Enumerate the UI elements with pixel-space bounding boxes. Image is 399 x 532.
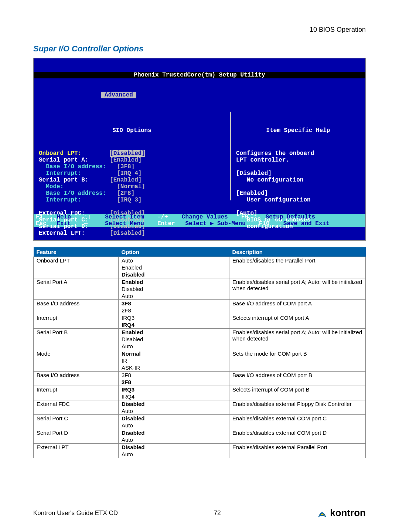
bios-item-value: [3F8] — [117, 163, 134, 170]
option-cell: IRQ4 — [119, 321, 229, 329]
bios-item-value: [Disabled] — [110, 150, 145, 157]
bios-item-value: [Enabled] — [110, 157, 141, 163]
feature-cell: Interrupt — [34, 314, 119, 329]
description-cell: Enables/disables the Parallel Port — [229, 257, 366, 278]
bios-item-value: [IRQ 3] — [117, 197, 141, 203]
option-cell: Disabled — [119, 285, 229, 292]
col-desc: Description — [229, 247, 366, 257]
feature-cell: Serial Port A — [34, 278, 119, 300]
footer-page: 72 — [214, 509, 221, 517]
key-enter-label: Select ▶ Sub-Menu — [185, 220, 252, 227]
description-cell: Base I/O address of COM port B — [229, 372, 366, 386]
description-cell: Sets the mode for COM port B — [229, 350, 366, 372]
option-cell: IRQ3 — [119, 386, 229, 393]
description-cell: Enables/disables external COM port C — [229, 415, 366, 429]
description-cell: Enables/disables serial port A; Auto: wi… — [229, 278, 366, 300]
feature-cell: Serial Port B — [34, 329, 119, 350]
page-header: 10 BIOS Operation — [33, 26, 366, 34]
description-cell: Selects interrupt of COM port A — [229, 314, 366, 329]
option-cell: Disabled — [119, 271, 229, 278]
key-plusminus: -/+ — [157, 214, 175, 220]
bios-item-label: Base I/O address: — [39, 190, 117, 197]
bios-item-value: [Enabled] — [110, 177, 141, 183]
key-updown-label: Select Item — [105, 214, 151, 220]
kontron-logo: kontron — [317, 507, 366, 519]
bios-item-value: [Normal] — [117, 183, 145, 190]
feature-cell: Onboard LPT — [34, 257, 119, 278]
option-cell: Disabled — [119, 336, 229, 343]
option-cell: Auto — [119, 407, 229, 415]
key-f9-label: Setup Defaults — [266, 214, 322, 220]
description-cell: Enables/disables external Floppy Disk Co… — [229, 400, 366, 415]
key-leftright-label: Select Menu — [105, 220, 151, 227]
bios-item-label: Serial port A: — [39, 157, 110, 163]
option-cell: Disabled — [119, 415, 229, 422]
bios-item-label: Interrupt: — [39, 170, 117, 177]
bios-item-label: Base I/O address: — [39, 163, 117, 170]
option-cell: Enabled — [119, 264, 229, 271]
feature-cell: External FDC — [34, 400, 119, 415]
option-cell: ASK-IR — [119, 364, 229, 372]
key-esc: Esc — [36, 220, 53, 227]
option-cell: IRQ4 — [119, 393, 229, 400]
option-cell: 3F8 — [119, 300, 229, 307]
option-cell: Disabled — [119, 444, 229, 451]
key-plusminus-label: Change Values — [182, 214, 235, 220]
bios-left-title: SIO Options — [39, 127, 225, 134]
bios-item-label — [39, 203, 110, 210]
logo-text: kontron — [330, 507, 366, 519]
key-f10: F10 — [259, 220, 276, 227]
feature-cell: Mode — [34, 350, 119, 372]
section-title: Super I/O Controller Options — [33, 44, 366, 54]
bios-item-label: Onboard LPT: — [39, 150, 110, 157]
key-esc-label: Exit — [57, 220, 77, 227]
description-cell: Enables/disables external Parallel Port — [229, 444, 366, 458]
key-f10-label: Save and Exit — [283, 220, 336, 227]
bios-item-label: External LPT: — [39, 230, 110, 237]
feature-cell: Base I/O address — [34, 372, 119, 386]
option-cell: Disabled — [119, 400, 229, 408]
footer-left: Kontron User's Guide ETX CD — [33, 509, 118, 517]
description-cell: Enables/disables external COM port D — [229, 429, 366, 444]
bios-item-value: [IRQ 4] — [117, 170, 141, 177]
option-cell: Enabled — [119, 278, 229, 286]
option-cell: Auto — [119, 436, 229, 444]
bios-item-label: Interrupt: — [39, 197, 117, 203]
option-cell: IRQ3 — [119, 314, 229, 322]
bios-footer: F1 Help ↑↓ Select Item -/+ Change Values… — [34, 214, 365, 227]
key-enter: Enter — [157, 220, 182, 227]
description-cell: Base I/O address of COM port A — [229, 300, 366, 314]
option-cell: Auto — [119, 257, 229, 264]
bios-item-label: Mode: — [39, 183, 117, 190]
description-cell: Enables/disables serial port A; Auto: wi… — [229, 329, 366, 350]
key-leftright: ↔ — [84, 220, 95, 227]
bios-tab-advanced: Advanced — [105, 92, 133, 98]
bios-item-value: [Disabled] — [110, 230, 145, 237]
option-cell: Auto — [119, 451, 229, 458]
logo-icon — [317, 508, 328, 519]
key-f1: F1 — [36, 214, 50, 220]
option-cell: 3F8 — [119, 372, 229, 379]
option-cell: Disabled — [119, 429, 229, 437]
feature-cell: Serial Port C — [34, 415, 119, 429]
option-cell: Auto — [119, 343, 229, 350]
bios-tabbar: Advanced — [34, 92, 365, 98]
key-f1-label: Help — [57, 214, 77, 220]
features-table: Feature Option Description Onboard LPTAu… — [33, 247, 366, 458]
option-cell: Enabled — [119, 329, 229, 336]
option-cell: Normal — [119, 350, 229, 358]
feature-cell: Serial Port D — [34, 429, 119, 444]
feature-cell: Base I/O address — [34, 300, 119, 314]
bios-title: Phoenix TrustedCore(tm) Setup Utility — [34, 72, 365, 78]
key-updown: ↑↓ — [84, 214, 98, 220]
key-f9: F9 — [241, 214, 255, 220]
feature-cell: Interrupt — [34, 386, 119, 400]
option-cell: Auto — [119, 292, 229, 300]
option-cell: IR — [119, 357, 229, 364]
bios-right-title: Item Specific Help — [236, 127, 360, 134]
feature-cell: External LPT — [34, 444, 119, 458]
bios-item-value: [2F8] — [117, 190, 134, 197]
option-cell: 2F8 — [119, 307, 229, 314]
option-cell: 2F8 — [119, 379, 229, 386]
option-cell: Auto — [119, 422, 229, 429]
